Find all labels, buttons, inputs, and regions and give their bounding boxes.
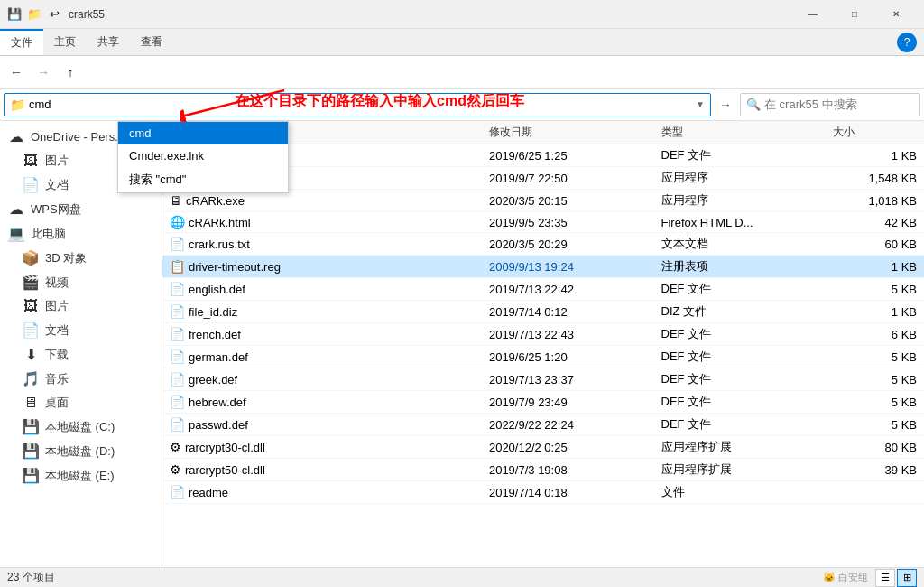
file-size-cell: 5 KB (826, 346, 924, 368)
ribbon-tab-home[interactable]: 主页 (43, 29, 87, 55)
file-name-cell: ⚙rarcrypt50-cl.dll (162, 459, 482, 481)
file-date-cell: 2019/7/14 0:12 (482, 301, 654, 323)
sidebar-item-wps[interactable]: ☁ WPS网盘 (0, 197, 162, 221)
driv-c-icon: 💾 (22, 418, 40, 435)
table-row[interactable]: 📄english.def2019/7/13 22:42DEF 文件5 KB (162, 278, 924, 301)
file-type-cell: 应用程序扩展 (654, 459, 827, 481)
file-type-icon: 📄 (170, 304, 185, 319)
file-name-cell: ⚙rarcrypt30-cl.dll (162, 436, 482, 459)
table-row[interactable]: 🌐cRARk.html2019/9/5 23:35Firefox HTML D.… (162, 212, 924, 233)
table-row[interactable]: 📄readme2019/7/14 0:18文件 (162, 481, 924, 504)
file-count: 23 个项目 (7, 570, 55, 585)
file-name-cell: 📄file_id.diz (162, 301, 482, 323)
sidebar-item-docs2[interactable]: 📄 文档 (0, 318, 162, 342)
file-type-cell: 文本文档 (654, 233, 827, 256)
details-view-button[interactable]: ☰ (875, 569, 895, 587)
help-button[interactable]: ? (897, 33, 917, 52)
sidebar-item-label-wps: WPS网盘 (31, 201, 81, 218)
window-title: crark55 (69, 8, 792, 21)
file-size-cell: 1 KB (826, 144, 924, 167)
sidebar-item-video[interactable]: 🎬 视频 (0, 270, 162, 294)
file-date-cell: 2019/7/9 23:49 (482, 391, 654, 414)
file-size-cell: 5 KB (826, 414, 924, 436)
sidebar-item-thispc[interactable]: 💻 此电脑 (0, 221, 162, 246)
file-name-cell: 📄passwd.def (162, 414, 482, 436)
table-row[interactable]: 📄greek.def2019/7/13 23:37DEF 文件5 KB (162, 368, 924, 391)
table-row[interactable]: 📄german.def2019/6/25 1:20DEF 文件5 KB (162, 346, 924, 368)
file-name-cell: 📄crark.rus.txt (162, 233, 482, 256)
close-button[interactable]: ✕ (875, 0, 917, 29)
file-type-icon: 📄 (170, 395, 185, 409)
sidebar-item-music[interactable]: 🎵 音乐 (0, 367, 162, 391)
dropdown-item-search-cmd[interactable]: 搜索 "cmd" (118, 167, 288, 192)
sidebar-item-pictures2[interactable]: 🖼 图片 (0, 294, 162, 318)
file-type-cell: DEF 文件 (654, 346, 827, 368)
file-type-cell: DEF 文件 (654, 414, 827, 436)
address-dropdown-arrow[interactable]: ▼ (696, 99, 705, 109)
file-date-cell: 2022/9/22 22:24 (482, 414, 654, 436)
file-name-cell: 🌐cRARk.html (162, 212, 482, 233)
table-row[interactable]: 📋driver-timeout.reg2009/9/13 19:24注册表项1 … (162, 256, 924, 278)
file-size-cell (826, 481, 924, 504)
sidebar-item-label-thispc: 此电脑 (31, 226, 66, 242)
file-type-cell: 注册表项 (654, 256, 827, 278)
sidebar-item-desktop[interactable]: 🖥 桌面 (0, 391, 162, 415)
col-header-date[interactable]: 修改日期 (482, 121, 654, 144)
table-row[interactable]: 📄french.def2019/7/13 22:43DEF 文件6 KB (162, 323, 924, 346)
sidebar-item-downloads[interactable]: ⬇ 下载 (0, 342, 162, 367)
file-size-cell: 39 KB (826, 459, 924, 481)
status-bar: 23 个项目 🐱 白安组 ☰ ⊞ (0, 567, 924, 587)
desktop-icon: 🖥 (22, 395, 40, 411)
sidebar-item-drivc[interactable]: 💾 本地磁盘 (C:) (0, 415, 162, 439)
ribbon-tab-share[interactable]: 共享 (87, 29, 130, 55)
col-header-type[interactable]: 类型 (654, 121, 827, 144)
ribbon-tab-file[interactable]: 文件 (0, 29, 43, 55)
file-date-cell: 2020/3/5 20:15 (482, 190, 654, 212)
cloud-icon: ☁ (7, 128, 25, 145)
ribbon-tab-view[interactable]: 查看 (130, 29, 173, 55)
file-size-cell: 1,018 KB (826, 190, 924, 212)
file-name-cell: 📄english.def (162, 278, 482, 301)
back-button[interactable]: ← (4, 60, 29, 85)
table-row[interactable]: ⚙rarcrypt30-cl.dll2020/12/2 0:25应用程序扩展80… (162, 436, 924, 459)
sidebar-item-drivd[interactable]: 💾 本地磁盘 (D:) (0, 439, 162, 463)
pictures-icon: 🖼 (22, 153, 40, 169)
file-type-icon: 📄 (170, 237, 185, 251)
file-type-icon: 📄 (170, 282, 185, 296)
sidebar-item-3dobjects[interactable]: 📦 3D 对象 (0, 246, 162, 270)
table-row[interactable]: 📄file_id.diz2019/7/14 0:12DIZ 文件1 KB (162, 301, 924, 323)
file-type-cell: DEF 文件 (654, 391, 827, 414)
maximize-button[interactable]: □ (834, 0, 875, 29)
file-type-cell: DEF 文件 (654, 144, 827, 167)
refresh-button[interactable]: → (715, 94, 736, 116)
col-header-size[interactable]: 大小 (826, 121, 924, 144)
file-name-cell: 📄greek.def (162, 368, 482, 391)
search-input[interactable] (764, 98, 916, 111)
video-icon: 🎬 (22, 274, 40, 291)
dropdown-item-cmd[interactable]: cmd (118, 122, 288, 144)
file-type-cell: 文件 (654, 481, 827, 504)
file-type-icon: 📄 (170, 417, 185, 432)
table-row[interactable]: 📄crark.rus.txt2020/3/5 20:29文本文档60 KB (162, 233, 924, 256)
download-icon: ⬇ (22, 346, 40, 363)
doc2-icon: 📄 (22, 321, 40, 339)
sidebar-item-label-documents: 文档 (45, 177, 69, 193)
file-date-cell: 2019/9/5 23:35 (482, 212, 654, 233)
file-type-icon: ⚙ (170, 440, 181, 454)
forward-button[interactable]: → (31, 60, 56, 85)
dropdown-item-cmder[interactable]: Cmder.exe.lnk (118, 144, 288, 167)
sidebar-item-label-3d: 3D 对象 (45, 250, 87, 266)
sidebar-item-label-pic2: 图片 (45, 298, 69, 314)
sidebar-item-drive[interactable]: 💾 本地磁盘 (E:) (0, 463, 162, 488)
minimize-button[interactable]: — (792, 0, 834, 29)
sidebar-item-label-doc2: 文档 (45, 322, 69, 339)
table-row[interactable]: 📄passwd.def2022/9/22 22:24DEF 文件5 KB (162, 414, 924, 436)
address-input[interactable] (29, 98, 692, 111)
table-row[interactable]: ⚙rarcrypt50-cl.dll2019/7/3 19:08应用程序扩展39… (162, 459, 924, 481)
table-row[interactable]: 📄hebrew.def2019/7/9 23:49DEF 文件5 KB (162, 391, 924, 414)
up-button[interactable]: ↑ (58, 60, 83, 85)
file-size-cell: 1 KB (826, 256, 924, 278)
grid-view-button[interactable]: ⊞ (897, 569, 917, 587)
file-name-cell: 📄hebrew.def (162, 391, 482, 414)
file-type-cell: 应用程序扩展 (654, 436, 827, 459)
